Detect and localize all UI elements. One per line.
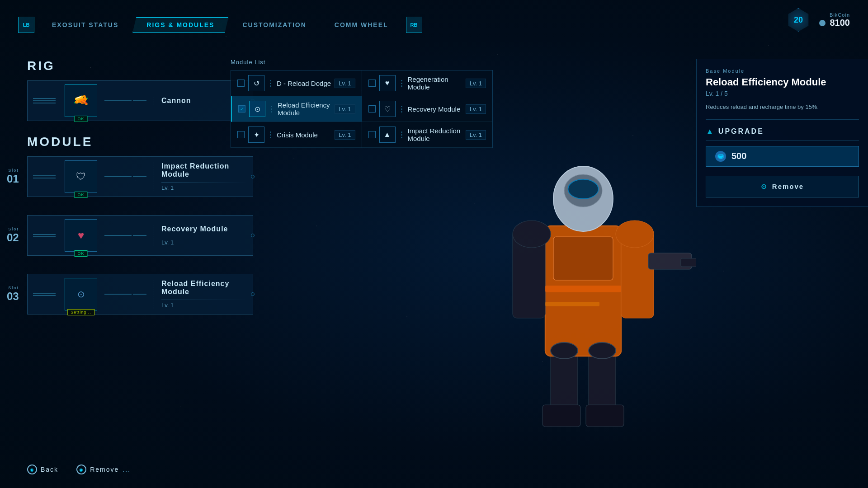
- remove-button[interactable]: ⊙ Remove: [706, 176, 859, 197]
- module-row-crisis[interactable]: ✦ Crisis Module Lv. 1: [231, 122, 362, 148]
- rig-connectors: [33, 98, 56, 103]
- slot-indicator-03: Slot 03: [7, 286, 19, 303]
- slot-01-info: Impact Reduction Module Lv. 1: [154, 162, 247, 191]
- connector-line: [33, 236, 56, 237]
- checkbox-reload-efficiency[interactable]: [238, 105, 245, 113]
- slot-02-icon-box[interactable]: ♥ OK: [65, 219, 97, 252]
- checkbox-impact[interactable]: [368, 131, 376, 138]
- mid-line: [104, 100, 132, 101]
- level-reload-efficiency: Lv. 1: [335, 104, 355, 114]
- cannon-icon-box[interactable]: 🔫 OK: [65, 84, 97, 117]
- back-circle-icon: ◉: [27, 465, 37, 474]
- back-label: Back: [41, 466, 58, 473]
- upgrade-label: UPGRADE: [718, 127, 764, 136]
- upgrade-header: ▲ UPGRADE: [706, 127, 859, 141]
- slot-num-02: 02: [7, 231, 19, 244]
- slot-num-03: 03: [7, 290, 19, 303]
- tab-customization[interactable]: CUSTOMIZATION: [228, 17, 320, 33]
- slot-02-connectors: [33, 234, 56, 237]
- mid-line: [133, 176, 146, 177]
- slot-03-mid: [104, 294, 146, 295]
- slot-01-icon-box[interactable]: 🛡 OK: [65, 160, 97, 193]
- left-panel: RIG 🔫 OK Cannon MODULE: [27, 59, 253, 324]
- shield-icon: 🛡: [76, 171, 86, 183]
- slot-03-connectors: [33, 293, 56, 296]
- mid-line: [104, 176, 132, 177]
- tab-rigs-modules[interactable]: RIGS & MODULES: [132, 17, 228, 33]
- base-module-label: Base Module: [706, 68, 859, 74]
- module-info-panel: Base Module Reload Efficiency Module Lv.…: [696, 59, 868, 207]
- slot-02-info: Recovery Module Lv. 1: [154, 225, 247, 246]
- rank-badge: 20: [787, 8, 810, 32]
- checkbox-reload-dodge[interactable]: [237, 80, 245, 87]
- bottom-navigation: ◉ Back ◉ Remove ...: [27, 465, 131, 474]
- icon-regeneration: ♥: [379, 75, 396, 91]
- module-row-reload-efficiency[interactable]: ⊙ Reload Efficiency Module Lv. 1: [231, 96, 362, 122]
- icon-impact: ▲: [379, 127, 396, 143]
- upgrade-arrow-icon: ▲: [706, 127, 714, 136]
- slot-indicator-02: Slot 02: [7, 227, 19, 244]
- bikcoin-value: 8100: [830, 18, 850, 28]
- slot-01-level: Lv. 1: [161, 184, 247, 191]
- rig-cannon-item[interactable]: 🔫 OK Cannon: [27, 80, 253, 121]
- heart-icon: ♥: [78, 229, 84, 242]
- connector-line: [33, 98, 56, 99]
- drag-point-02: [251, 234, 255, 237]
- level-crisis: Lv. 1: [335, 130, 355, 140]
- reload-icon: ⊙: [77, 289, 85, 300]
- module-info-name: Reload Efficiency Module: [706, 76, 859, 88]
- bikcoin-label: BikCoin: [819, 12, 850, 18]
- tab-comm-wheel[interactable]: COMM WHEEL: [321, 17, 402, 33]
- connector-line: [33, 293, 56, 294]
- module-dual-column: ↺ D - Reload Dodge Lv. 1 ⊙ Re: [231, 70, 493, 148]
- module-row-recovery[interactable]: ♡ Recovery Module Lv. 1: [362, 96, 493, 122]
- dots-reload-dodge: [270, 80, 271, 87]
- upgrade-cost-amount: 500: [731, 151, 746, 161]
- level-impact: Lv. 1: [466, 130, 486, 140]
- rb-button[interactable]: RB: [406, 17, 422, 33]
- tab-exosuit[interactable]: EXOSUIT STATUS: [38, 17, 132, 33]
- slot-03-badge: Setting...: [67, 309, 94, 315]
- slot-03-item[interactable]: ⊙ Setting... Reload Efficiency Module Lv…: [27, 274, 253, 314]
- drag-point-01: [251, 175, 255, 178]
- slot-03-icon-box[interactable]: ⊙ Setting...: [65, 278, 97, 310]
- checkbox-regeneration[interactable]: [368, 80, 376, 87]
- slot-02-item[interactable]: ♥ OK Recovery Module Lv. 1: [27, 215, 253, 256]
- slot-02-name: Recovery Module: [161, 225, 247, 233]
- back-button[interactable]: ◉ Back: [27, 465, 58, 474]
- connector-line: [33, 175, 56, 176]
- name-reload-efficiency: Reload Efficiency Module: [278, 101, 331, 117]
- remove-label-bottom: Remove: [90, 466, 119, 473]
- remove-circle-icon: ⊙: [761, 183, 768, 191]
- mid-line: [133, 100, 146, 101]
- slot-01-connectors: [33, 175, 56, 178]
- upgrade-cost-button[interactable]: 500: [706, 146, 859, 167]
- upgrade-section: ▲ UPGRADE 500 ⊙ Remove: [706, 127, 859, 197]
- top-navigation: LB EXOSUIT STATUS RIGS & MODULES CUSTOMI…: [0, 0, 868, 50]
- connector-line: [33, 295, 56, 296]
- connector-line: [33, 178, 56, 178]
- icon-reload-efficiency: ⊙: [249, 101, 265, 117]
- rig-title: RIG: [27, 59, 253, 73]
- dots-reload-efficiency: [271, 106, 272, 113]
- module-slot-01: Slot 01 🛡 OK Impact Reduction Module: [27, 156, 253, 197]
- checkbox-crisis[interactable]: [237, 131, 245, 138]
- slot-01-item[interactable]: 🛡 OK Impact Reduction Module Lv. 1: [27, 156, 253, 197]
- checkbox-recovery[interactable]: [368, 105, 376, 113]
- level-reload-dodge: Lv. 1: [335, 79, 355, 88]
- name-reload-dodge: D - Reload Dodge: [277, 80, 331, 87]
- bottom-remove-button[interactable]: ◉ Remove ...: [76, 465, 131, 474]
- module-slot-02: Slot 02 ♥ OK Recovery Module: [27, 215, 253, 256]
- module-row-impact[interactable]: ▲ Impact Reduction Module Lv. 1: [362, 122, 493, 148]
- slot-03-info: Reload Efficiency Module Lv. 1: [154, 280, 247, 309]
- module-list-panel: Module List ↺ D - Reload Dodge Lv. 1 ⊙: [231, 59, 493, 148]
- mid-line: [104, 294, 132, 295]
- drag-point-03: [251, 292, 255, 296]
- module-row-regeneration[interactable]: ♥ Regeneration Module Lv. 1: [362, 70, 493, 96]
- slot-02-level: Lv. 1: [161, 239, 247, 246]
- lb-button[interactable]: LB: [18, 17, 34, 33]
- module-row-reload-dodge[interactable]: ↺ D - Reload Dodge Lv. 1: [231, 70, 362, 96]
- slot-01-name: Impact Reduction Module: [161, 162, 247, 178]
- level-regeneration: Lv. 1: [466, 79, 486, 88]
- level-recovery: Lv. 1: [466, 104, 486, 114]
